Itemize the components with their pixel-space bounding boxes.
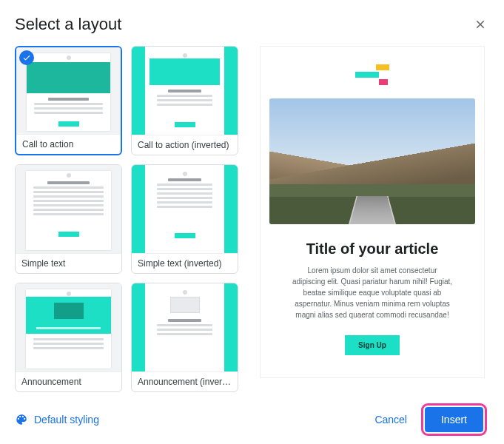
selected-badge	[19, 50, 34, 65]
layout-label: Announcement	[16, 371, 121, 391]
cancel-button[interactable]: Cancel	[363, 408, 419, 431]
layout-label: Simple text	[16, 253, 121, 273]
dialog-header: Select a layout	[15, 15, 489, 34]
layout-thumb	[132, 47, 238, 135]
layout-card-call-to-action-inverted[interactable]: Call to action (inverted)	[131, 46, 238, 155]
dialog-title: Select a layout	[15, 15, 121, 34]
hero-image	[269, 98, 475, 224]
layout-card-simple-text-inverted[interactable]: Simple text (inverted)	[131, 164, 238, 274]
preview-article-title: Title of your article	[306, 240, 439, 258]
layout-list-scroll[interactable]: Call to action	[15, 46, 244, 395]
check-icon	[22, 53, 31, 62]
layout-card-simple-text[interactable]: Simple text	[15, 164, 122, 274]
insert-button[interactable]: Insert	[425, 407, 483, 432]
layout-preview: Title of your article Lorem ipsum dolor …	[260, 46, 485, 378]
footer-actions: Cancel Insert	[363, 407, 483, 432]
layout-card-announcement-inverted[interactable]: Announcement (inverted)	[131, 283, 238, 392]
default-styling-label: Default styling	[34, 414, 99, 426]
layout-thumb	[132, 165, 238, 253]
layout-thumb	[132, 283, 238, 371]
layout-label: Simple text (inverted)	[132, 253, 238, 273]
layout-card-announcement[interactable]: Announcement	[15, 283, 122, 392]
dialog-body: Call to action	[15, 46, 489, 395]
layout-thumb	[16, 283, 121, 371]
default-styling-button[interactable]: Default styling	[15, 413, 99, 426]
dialog-footer: Default styling Cancel Insert	[15, 395, 489, 444]
preview-cta-button: Sign Up	[345, 335, 400, 355]
preview-article-body: Lorem ipsum dolor sit amet consectetur a…	[261, 265, 484, 320]
layout-label: Call to action (inverted)	[132, 135, 238, 155]
close-button[interactable]	[471, 16, 489, 33]
palette-icon	[15, 413, 28, 426]
layout-picker-dialog: Select a layout	[0, 0, 504, 444]
layout-thumb	[16, 165, 121, 253]
logo-icon	[355, 64, 389, 85]
preview-scroll[interactable]: Title of your article Lorem ipsum dolor …	[259, 46, 489, 395]
close-icon	[474, 18, 487, 31]
layout-card-call-to-action[interactable]: Call to action	[15, 46, 122, 155]
layout-label: Announcement (inverted)	[132, 371, 238, 391]
layout-grid: Call to action	[15, 46, 238, 392]
layout-label: Call to action	[16, 134, 121, 154]
